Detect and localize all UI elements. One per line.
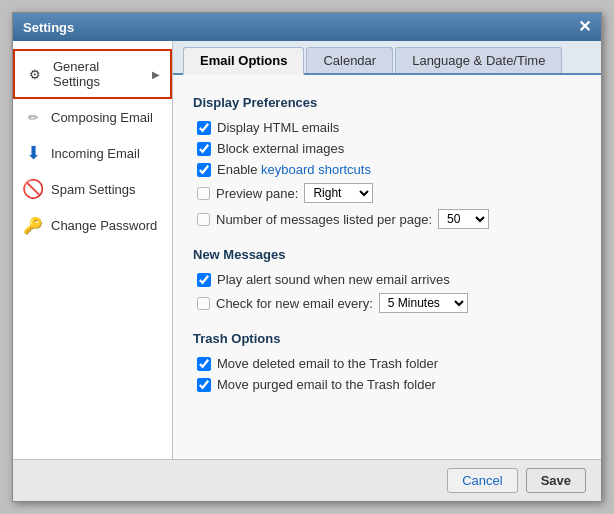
- sidebar-item-change-password[interactable]: 🔑 Change Password: [13, 207, 172, 243]
- sidebar-label-general: General Settings: [53, 59, 144, 89]
- sidebar: ⚙ General Settings ▶ ✏ Composing Email ⬇…: [13, 41, 173, 459]
- save-button[interactable]: Save: [526, 468, 586, 493]
- sidebar-item-composing-email[interactable]: ✏ Composing Email: [13, 99, 172, 135]
- tab-language-date[interactable]: Language & Date/Time: [395, 47, 562, 73]
- move-purged-label: Move purged email to the Trash folder: [217, 377, 436, 392]
- play-alert-label: Play alert sound when new email arrives: [217, 272, 450, 287]
- display-html-label: Display HTML emails: [217, 120, 339, 135]
- arrow-down-icon: ⬇: [23, 143, 43, 163]
- check-every-label: Check for new email every:: [216, 296, 373, 311]
- display-preferences-title: Display Preferences: [193, 95, 581, 110]
- messages-per-page-row: Number of messages listed per page: 25 5…: [193, 209, 581, 229]
- settings-dialog: Settings ✕ ⚙ General Settings ▶ ✏ Compos…: [12, 12, 602, 502]
- move-purged-checkbox[interactable]: [197, 378, 211, 392]
- check-every-row: Check for new email every: 1 Minute 5 Mi…: [193, 293, 581, 313]
- messages-per-page-label: Number of messages listed per page:: [216, 212, 432, 227]
- enable-shortcuts-label: Enable keyboard shortcuts: [217, 162, 371, 177]
- play-alert-row: Play alert sound when new email arrives: [193, 272, 581, 287]
- play-alert-checkbox[interactable]: [197, 273, 211, 287]
- move-purged-row: Move purged email to the Trash folder: [193, 377, 581, 392]
- sidebar-item-incoming-email[interactable]: ⬇ Incoming Email: [13, 135, 172, 171]
- block-icon: 🚫: [23, 179, 43, 199]
- move-deleted-row: Move deleted email to the Trash folder: [193, 356, 581, 371]
- key-icon: 🔑: [23, 215, 43, 235]
- tab-bar: Email Options Calendar Language & Date/T…: [173, 41, 601, 75]
- move-deleted-checkbox[interactable]: [197, 357, 211, 371]
- title-bar: Settings ✕: [13, 13, 601, 41]
- pencil-icon: ✏: [23, 107, 43, 127]
- sidebar-item-general-settings[interactable]: ⚙ General Settings ▶: [13, 49, 172, 99]
- preview-pane-select[interactable]: Right Bottom Off: [304, 183, 373, 203]
- tab-content-email-options: Display Preferences Display HTML emails …: [173, 75, 601, 459]
- new-messages-title: New Messages: [193, 247, 581, 262]
- block-external-row: Block external images: [193, 141, 581, 156]
- keyboard-shortcuts-link[interactable]: keyboard shortcuts: [261, 162, 371, 177]
- sidebar-label-spam: Spam Settings: [51, 182, 162, 197]
- new-messages-section: New Messages Play alert sound when new e…: [193, 247, 581, 313]
- dialog-body: ⚙ General Settings ▶ ✏ Composing Email ⬇…: [13, 41, 601, 459]
- dialog-footer: Cancel Save: [13, 459, 601, 501]
- sidebar-label-incoming: Incoming Email: [51, 146, 162, 161]
- block-external-checkbox[interactable]: [197, 142, 211, 156]
- display-html-checkbox[interactable]: [197, 121, 211, 135]
- sidebar-item-spam-settings[interactable]: 🚫 Spam Settings: [13, 171, 172, 207]
- messages-per-page-checkbox[interactable]: [197, 213, 210, 226]
- tab-calendar[interactable]: Calendar: [306, 47, 393, 73]
- close-button[interactable]: ✕: [578, 19, 591, 35]
- preview-pane-row: Preview pane: Right Bottom Off: [193, 183, 581, 203]
- trash-options-title: Trash Options: [193, 331, 581, 346]
- move-deleted-label: Move deleted email to the Trash folder: [217, 356, 438, 371]
- enable-shortcuts-row: Enable keyboard shortcuts: [193, 162, 581, 177]
- messages-per-page-select[interactable]: 25 50 100 200: [438, 209, 489, 229]
- dialog-title: Settings: [23, 20, 74, 35]
- check-every-checkbox[interactable]: [197, 297, 210, 310]
- sidebar-label-composing: Composing Email: [51, 110, 162, 125]
- trash-options-section: Trash Options Move deleted email to the …: [193, 331, 581, 392]
- main-content: Email Options Calendar Language & Date/T…: [173, 41, 601, 459]
- sidebar-label-password: Change Password: [51, 218, 162, 233]
- preview-pane-checkbox[interactable]: [197, 187, 210, 200]
- gear-icon: ⚙: [25, 64, 45, 84]
- check-every-select[interactable]: 1 Minute 5 Minutes 10 Minutes 30 Minutes…: [379, 293, 468, 313]
- display-preferences-section: Display Preferences Display HTML emails …: [193, 95, 581, 229]
- enable-shortcuts-checkbox[interactable]: [197, 163, 211, 177]
- display-html-row: Display HTML emails: [193, 120, 581, 135]
- chevron-right-icon: ▶: [152, 69, 160, 80]
- cancel-button[interactable]: Cancel: [447, 468, 517, 493]
- preview-pane-label: Preview pane:: [216, 186, 298, 201]
- tab-email-options[interactable]: Email Options: [183, 47, 304, 75]
- block-external-label: Block external images: [217, 141, 344, 156]
